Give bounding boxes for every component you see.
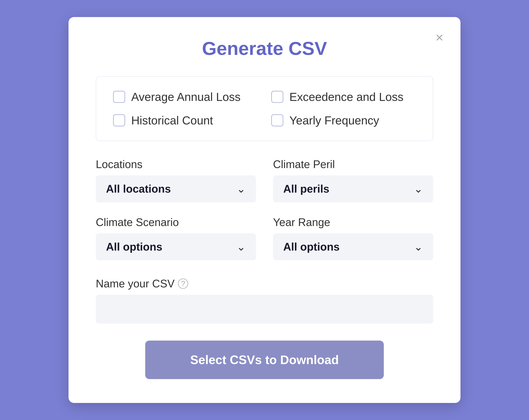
climate-peril-chevron-icon: ⌄ (414, 183, 423, 195)
locations-chevron-icon: ⌄ (237, 183, 246, 195)
checkbox-avg-annual-loss[interactable] (113, 91, 125, 103)
checkbox-label-yearly-frequency: Yearly Frequency (289, 114, 379, 127)
checkbox-item-historical-count[interactable]: Historical Count (113, 114, 258, 127)
locations-group: Locations All locations ⌄ (96, 158, 256, 202)
climate-scenario-group: Climate Scenario All options ⌄ (96, 216, 256, 260)
climate-scenario-chevron-icon: ⌄ (237, 241, 246, 253)
modal-overlay: × Generate CSV Average Annual Loss Excee… (17, 14, 512, 406)
climate-peril-dropdown[interactable]: All perils ⌄ (273, 176, 433, 202)
name-csv-section: Name your CSV ? (96, 277, 433, 324)
modal-title: Generate CSV (96, 38, 433, 59)
year-range-chevron-icon: ⌄ (414, 241, 423, 253)
checkbox-exceedence-loss[interactable] (271, 91, 283, 103)
climate-scenario-value: All options (106, 241, 162, 253)
year-range-label: Year Range (273, 216, 433, 229)
checkbox-label-exceedence-loss: Exceedence and Loss (289, 90, 403, 104)
checkbox-item-avg-annual-loss[interactable]: Average Annual Loss (113, 90, 258, 104)
locations-dropdown[interactable]: All locations ⌄ (96, 176, 256, 202)
name-csv-label: Name your CSV (96, 277, 174, 290)
checkbox-label-historical-count: Historical Count (131, 114, 213, 127)
name-csv-label-row: Name your CSV ? (96, 277, 433, 290)
checkbox-yearly-frequency[interactable] (271, 114, 283, 126)
climate-peril-group: Climate Peril All perils ⌄ (273, 158, 433, 202)
locations-value: All locations (106, 183, 171, 195)
checkbox-item-yearly-frequency[interactable]: Yearly Frequency (271, 114, 416, 127)
close-button[interactable]: × (436, 31, 443, 44)
modal-dialog: × Generate CSV Average Annual Loss Excee… (68, 17, 461, 403)
download-button[interactable]: Select CSVs to Download (145, 340, 384, 379)
csv-name-input[interactable] (96, 295, 433, 324)
checkbox-historical-count[interactable] (113, 114, 125, 126)
year-range-value: All options (283, 241, 340, 253)
dropdowns-section: Locations All locations ⌄ Climate Peril … (96, 158, 433, 260)
checkbox-group: Average Annual Loss Exceedence and Loss … (96, 76, 433, 141)
locations-label: Locations (96, 158, 256, 171)
checkbox-item-exceedence-loss[interactable]: Exceedence and Loss (271, 90, 416, 104)
year-range-group: Year Range All options ⌄ (273, 216, 433, 260)
year-range-dropdown[interactable]: All options ⌄ (273, 233, 433, 260)
checkbox-label-avg-annual-loss: Average Annual Loss (131, 90, 240, 104)
climate-scenario-label: Climate Scenario (96, 216, 256, 229)
help-icon[interactable]: ? (178, 279, 188, 289)
climate-peril-value: All perils (283, 183, 329, 195)
climate-peril-label: Climate Peril (273, 158, 433, 171)
climate-scenario-dropdown[interactable]: All options ⌄ (96, 233, 256, 260)
